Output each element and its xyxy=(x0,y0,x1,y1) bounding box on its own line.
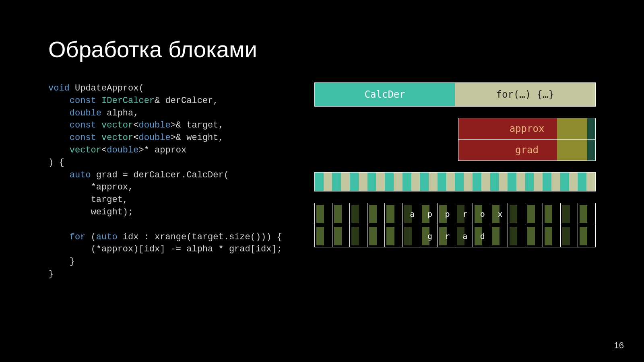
stripe-cell xyxy=(508,173,516,191)
block-cell-letter: r xyxy=(445,231,450,241)
stripe-cell xyxy=(525,173,534,191)
stripe-cell xyxy=(473,173,481,191)
txt: ( xyxy=(85,232,96,242)
fn-name: UpdateApprox xyxy=(75,83,138,93)
block-cell xyxy=(385,225,402,247)
kw-void: void xyxy=(48,83,70,93)
kw: double xyxy=(107,145,138,155)
type: vector xyxy=(101,120,133,130)
stripe-cell xyxy=(324,173,332,191)
kw: const xyxy=(70,96,96,106)
block-cell: x xyxy=(490,203,508,225)
phase-bar: CalcDer for(…) {…} xyxy=(314,82,596,107)
block-cell-letter: o xyxy=(480,209,485,219)
type: IDerCalcer xyxy=(101,96,155,106)
block-cell xyxy=(543,225,561,247)
block-cell: r xyxy=(438,225,455,247)
stripe-cell xyxy=(350,173,359,191)
phase-for: for(…) {…} xyxy=(455,83,595,106)
block-cell xyxy=(508,225,526,247)
stripe-cell xyxy=(499,173,508,191)
stripe-cell xyxy=(402,173,411,191)
stripe-cell xyxy=(420,173,429,191)
txt: (*approx)[idx] -= alpha * grad[idx]; xyxy=(91,244,282,254)
txt: >& weight, xyxy=(171,133,224,143)
block-cell-letter: a xyxy=(410,209,415,219)
block-cell-letter: d xyxy=(480,231,485,241)
txt: weight); xyxy=(91,207,134,217)
stripe-cell xyxy=(481,173,490,191)
block-cell xyxy=(315,225,332,247)
txt: alpha, xyxy=(101,108,138,118)
stripe-cell xyxy=(315,173,324,191)
block-cell xyxy=(525,203,543,225)
block-cell-letter: p xyxy=(427,209,432,219)
kw: auto xyxy=(70,170,91,180)
block-cell xyxy=(525,225,543,247)
txt: } xyxy=(48,269,54,279)
paren: ( xyxy=(138,83,144,93)
block-grid: approx grad xyxy=(314,203,596,247)
block-cell xyxy=(543,203,561,225)
block-cell xyxy=(350,203,367,225)
stripe-cell xyxy=(359,173,367,191)
stripe-cell xyxy=(332,173,341,191)
interleave-bar xyxy=(314,172,596,191)
txt: } xyxy=(70,257,75,267)
kw: for xyxy=(70,232,86,242)
stripe-cell xyxy=(367,173,376,191)
stripe-cell xyxy=(394,173,402,191)
stripe-cell xyxy=(490,173,499,191)
block-row-approx: approx xyxy=(315,203,595,225)
slide-title: Обработка блоками xyxy=(48,36,596,62)
block-cell-letter: a xyxy=(462,231,467,241)
stripe-cell xyxy=(586,173,595,191)
block-cell: g xyxy=(420,225,438,247)
mem-label-approx: approx xyxy=(510,123,545,134)
code-block: void UpdateApprox( const IDerCalcer& der… xyxy=(48,82,282,281)
stripe-cell xyxy=(429,173,438,191)
type: vector xyxy=(70,145,101,155)
block-cell: a xyxy=(402,203,420,225)
block-cell xyxy=(402,225,420,247)
stripe-cell xyxy=(569,173,578,191)
block-cell: o xyxy=(473,203,491,225)
kw: double xyxy=(70,108,101,118)
block-cell xyxy=(350,225,367,247)
kw: auto xyxy=(96,232,118,242)
block-cell: a xyxy=(455,225,473,247)
stripe-cell xyxy=(341,173,350,191)
block-cell: r xyxy=(455,203,473,225)
kw: const xyxy=(70,120,96,130)
txt: >& target, xyxy=(171,120,224,130)
mem-label-grad: grad xyxy=(515,144,539,156)
kw: const xyxy=(70,133,96,143)
block-cell xyxy=(332,203,350,225)
kw: double xyxy=(138,120,170,130)
block-cell xyxy=(367,203,385,225)
phase-calcder: CalcDer xyxy=(315,83,455,106)
block-cell xyxy=(367,225,385,247)
stripe-cell xyxy=(464,173,473,191)
stripe-cell xyxy=(446,173,455,191)
block-cell-letter: r xyxy=(462,209,467,219)
kw: double xyxy=(138,133,170,143)
txt: *approx, xyxy=(91,182,134,192)
stripe-cell xyxy=(455,173,464,191)
block-cell xyxy=(508,203,526,225)
stripe-cell xyxy=(551,173,560,191)
stripe-cell xyxy=(376,173,385,191)
block-cell xyxy=(332,225,350,247)
block-cell: p xyxy=(420,203,438,225)
stripe-cell xyxy=(578,173,586,191)
txt: grad = derCalcer.CalcDer( xyxy=(91,170,229,180)
block-cell xyxy=(561,225,578,247)
block-cell xyxy=(561,203,578,225)
page-number: 16 xyxy=(614,340,624,351)
stripe-cell xyxy=(534,173,543,191)
stripe-cell xyxy=(385,173,394,191)
block-cell-letter: p xyxy=(445,209,450,219)
stripe-cell xyxy=(560,173,569,191)
block-cell xyxy=(578,203,595,225)
txt: ) { xyxy=(48,158,64,168)
